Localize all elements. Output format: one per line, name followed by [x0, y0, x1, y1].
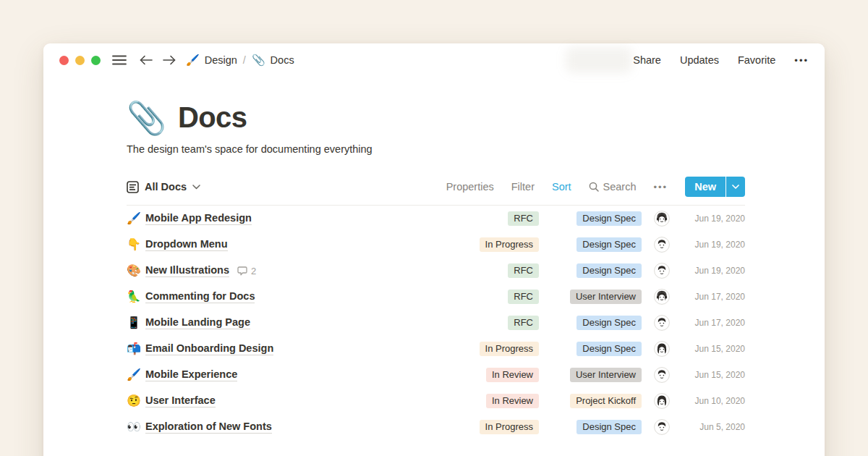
- date-cell: Jun 19, 2020: [677, 266, 745, 276]
- type-column: Project Kickoff: [552, 394, 642, 408]
- status-tag[interactable]: In Review: [486, 394, 539, 408]
- search-icon: [589, 182, 599, 192]
- back-arrow-icon[interactable]: [140, 55, 153, 65]
- page-header: 📎 Docs The design team's space for docum…: [127, 101, 745, 155]
- table-row[interactable]: 📱Mobile Landing PageRFCDesign SpecJun 17…: [127, 310, 745, 336]
- status-column: RFC: [459, 316, 539, 330]
- doc-title-link[interactable]: Mobile Landing Page: [145, 316, 250, 329]
- doc-title-link[interactable]: New Illustrations: [145, 264, 229, 277]
- type-column: Design Spec: [552, 263, 642, 278]
- doc-emoji-icon: 🦜: [127, 291, 145, 303]
- minimize-window-button[interactable]: [75, 56, 85, 65]
- avatar: [654, 315, 670, 331]
- topbar-actions: ShareUpdatesFavorite•••: [633, 54, 809, 66]
- table-row[interactable]: 👀Exploration of New FontsIn ProgressDesi…: [127, 414, 745, 440]
- topbar-more-button[interactable]: •••: [794, 55, 809, 66]
- breadcrumb-icon: 📎: [252, 54, 265, 67]
- toolbar-more-button[interactable]: •••: [654, 182, 668, 193]
- page-content: 📎 Docs The design team's space for docum…: [43, 101, 825, 440]
- new-button-chevron[interactable]: [726, 177, 745, 197]
- type-column: Design Spec: [552, 342, 642, 356]
- avatar: [654, 289, 670, 305]
- status-tag[interactable]: RFC: [508, 316, 539, 330]
- doc-emoji-icon: 📱: [127, 317, 145, 329]
- avatar: [654, 341, 670, 357]
- status-column: In Review: [459, 368, 539, 382]
- view-switcher[interactable]: All Docs: [127, 181, 200, 193]
- doc-title-link[interactable]: User Interface: [145, 394, 216, 408]
- status-tag[interactable]: RFC: [508, 290, 539, 304]
- comment-count: 2: [237, 266, 256, 276]
- sort-button[interactable]: Sort: [552, 181, 571, 193]
- zoom-window-button[interactable]: [91, 56, 101, 65]
- doc-title-link[interactable]: Mobile Experience: [145, 368, 237, 381]
- status-column: In Review: [459, 394, 539, 408]
- comment-count-value: 2: [251, 266, 256, 276]
- type-tag[interactable]: Design Spec: [576, 263, 642, 278]
- new-button-label[interactable]: New: [685, 177, 726, 197]
- table-row[interactable]: 🖌️Mobile App RedesignRFCDesign SpecJun 1…: [127, 206, 745, 232]
- topbar-action-favorite[interactable]: Favorite: [738, 54, 775, 66]
- status-tag[interactable]: RFC: [508, 263, 539, 278]
- status-tag[interactable]: RFC: [508, 211, 539, 226]
- type-tag[interactable]: User Interview: [570, 290, 642, 304]
- table-row[interactable]: 👇Dropdown MenuIn ProgressDesign SpecJun …: [127, 232, 745, 258]
- status-column: In Progress: [459, 342, 539, 356]
- avatar: [654, 237, 670, 253]
- avatar: [654, 419, 670, 435]
- filter-button[interactable]: Filter: [511, 181, 535, 193]
- table-row[interactable]: 🖌️Mobile ExperienceIn ReviewUser Intervi…: [127, 362, 745, 388]
- table-row[interactable]: 🦜Commenting for DocsRFCUser InterviewJun…: [127, 284, 745, 310]
- avatar: [654, 367, 670, 383]
- breadcrumb: 🖌️Design/📎Docs: [186, 54, 294, 67]
- status-tag[interactable]: In Review: [486, 368, 539, 382]
- close-window-button[interactable]: [59, 56, 69, 65]
- type-tag[interactable]: Design Spec: [576, 211, 642, 226]
- doc-emoji-icon: 🖌️: [127, 369, 145, 381]
- properties-button[interactable]: Properties: [446, 181, 494, 193]
- status-column: RFC: [459, 290, 539, 304]
- table-row[interactable]: 📬Email Onboarding DesignIn ProgressDesig…: [127, 336, 745, 362]
- doc-emoji-icon: 👇: [127, 239, 145, 250]
- type-tag[interactable]: Design Spec: [576, 237, 642, 252]
- doc-emoji-icon: 👀: [127, 421, 145, 433]
- blurred-region: [566, 47, 632, 73]
- table-row[interactable]: 🤨User InterfaceIn ReviewProject KickoffJ…: [127, 388, 745, 414]
- doc-title-link[interactable]: Mobile App Redesign: [145, 212, 252, 225]
- doc-table: 🖌️Mobile App RedesignRFCDesign SpecJun 1…: [127, 206, 745, 440]
- hamburger-menu-icon[interactable]: [112, 54, 127, 66]
- new-button[interactable]: New: [685, 177, 745, 197]
- topbar-action-share[interactable]: Share: [633, 54, 661, 66]
- doc-title-link[interactable]: Dropdown Menu: [145, 238, 228, 251]
- date-cell: Jun 15, 2020: [677, 370, 745, 380]
- status-tag[interactable]: In Progress: [480, 237, 539, 252]
- doc-title-link[interactable]: Commenting for Docs: [145, 290, 255, 303]
- doc-emoji-icon: 📬: [127, 343, 145, 355]
- page-icon-paperclip: 📎: [127, 102, 166, 134]
- breadcrumb-item-design[interactable]: 🖌️Design: [186, 54, 237, 67]
- screenshot-background: 🖌️Design/📎Docs ShareUpdatesFavorite••• 📎…: [0, 0, 868, 456]
- status-column: In Progress: [459, 237, 539, 252]
- type-column: Design Spec: [552, 211, 642, 226]
- type-tag[interactable]: User Interview: [570, 368, 642, 382]
- comment-bubble-icon: [237, 266, 247, 276]
- list-view-icon: [127, 181, 139, 193]
- table-row[interactable]: 🎨New Illustrations2RFCDesign SpecJun 19,…: [127, 258, 745, 284]
- status-tag[interactable]: In Progress: [480, 420, 539, 434]
- type-tag[interactable]: Design Spec: [576, 342, 642, 356]
- search-button[interactable]: Search: [589, 181, 637, 193]
- status-tag[interactable]: In Progress: [480, 342, 539, 356]
- window-topbar: 🖌️Design/📎Docs ShareUpdatesFavorite•••: [43, 43, 825, 77]
- topbar-action-updates[interactable]: Updates: [680, 54, 719, 66]
- type-column: User Interview: [552, 290, 642, 304]
- breadcrumb-item-docs[interactable]: 📎Docs: [252, 54, 294, 67]
- forward-arrow-icon[interactable]: [163, 55, 176, 65]
- type-tag[interactable]: Design Spec: [576, 420, 642, 434]
- doc-title-link[interactable]: Email Onboarding Design: [145, 342, 273, 355]
- avatar: [654, 393, 670, 409]
- date-cell: Jun 19, 2020: [677, 240, 745, 250]
- date-cell: Jun 10, 2020: [677, 396, 745, 406]
- type-tag[interactable]: Design Spec: [576, 316, 642, 330]
- doc-title-link[interactable]: Exploration of New Fonts: [145, 421, 272, 434]
- type-tag[interactable]: Project Kickoff: [570, 394, 642, 408]
